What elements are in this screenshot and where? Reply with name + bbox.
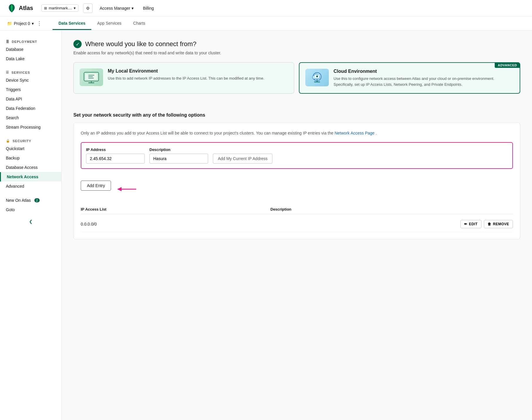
sidebar-item-network-access[interactable]: Network Access [0, 172, 61, 182]
local-env-illustration [80, 68, 103, 86]
description-field: Description [149, 147, 208, 164]
lock-icon: 🔒 [6, 139, 10, 143]
project-dropdown-icon: ▾ [32, 21, 34, 26]
cloud-env-title: Cloud Environment [334, 69, 514, 74]
settings-button[interactable]: ⚙ [83, 4, 92, 13]
logo[interactable]: Atlas [7, 4, 33, 13]
sidebar-item-database[interactable]: Database [0, 45, 61, 54]
ip-form-container: IP Address Description Add My Current IP… [81, 142, 513, 169]
tab-app-services[interactable]: App Services [91, 17, 127, 30]
main-content: ✓ Where would you like to connect from? … [62, 31, 532, 420]
sub-nav-tabs: Data Services App Services Charts [53, 17, 151, 30]
sidebar-item-search[interactable]: Search [0, 113, 61, 122]
sidebar-item-backup[interactable]: Backup [0, 153, 61, 163]
sidebar-item-new-on-atlas[interactable]: New On Atlas 2 [0, 196, 61, 205]
section-box: Only an IP address you add to your Acces… [73, 122, 520, 239]
logo-text: Atlas [19, 5, 33, 11]
network-access-page-link[interactable]: Network Access Page [334, 131, 376, 135]
table-header-ip: IP Access List [81, 207, 270, 211]
local-env-desc: Use this to add network IP addresses to … [108, 75, 288, 81]
sidebar-section-deployment: 🗄 DEPLOYMENT [0, 38, 61, 45]
org-selector[interactable]: ⊞ martinmark.... ▾ [41, 4, 78, 12]
table-cell-ip: 0.0.0.0/0 [81, 222, 270, 226]
access-manager-dropdown-icon: ▾ [132, 6, 134, 11]
remove-button[interactable]: 🗑 REMOVE [484, 220, 513, 228]
deployment-icon: 🗄 [6, 40, 9, 43]
tab-charts[interactable]: Charts [127, 17, 151, 30]
atlas-logo-icon [7, 4, 16, 13]
svg-point-9 [316, 75, 318, 77]
gear-icon: ⚙ [86, 6, 90, 11]
sidebar-item-data-api[interactable]: Data API [0, 94, 61, 104]
table-row: 0.0.0.0/0 ✏ EDIT 🗑 REMOVE [81, 216, 513, 232]
add-entry-arrow-annotation [116, 185, 139, 194]
cloud-env-body: Cloud Environment Use this to configure … [334, 69, 514, 87]
ip-address-field: IP Address [86, 147, 145, 164]
check-circle-icon: ✓ [73, 40, 82, 48]
sidebar-item-goto[interactable]: Goto [0, 205, 61, 214]
edit-icon: ✏ [464, 222, 467, 226]
table-actions: ✏ EDIT 🗑 REMOVE [460, 220, 513, 228]
sidebar-item-data-lake[interactable]: Data Lake [0, 54, 61, 63]
access-manager-link[interactable]: Access Manager ▾ [97, 5, 136, 12]
table-header-desc: Description [270, 207, 460, 211]
cloud-env-illustration [305, 69, 329, 86]
ip-form-row: IP Address Description Add My Current IP… [86, 147, 508, 164]
advanced-badge: ADVANCED [495, 63, 520, 68]
tab-data-services[interactable]: Data Services [53, 17, 91, 30]
sidebar-item-quickstart[interactable]: Quickstart [0, 144, 61, 153]
org-name: martinmark.... [49, 6, 72, 10]
page-layout: 🗄 DEPLOYMENT Database Data Lake ☰ SERVIC… [0, 31, 532, 420]
project-name: Project 0 [14, 21, 30, 26]
services-icon: ☰ [6, 70, 9, 74]
sub-nav: 📁 Project 0 ▾ ⋮ Data Services App Servic… [0, 16, 532, 31]
sidebar-item-triggers[interactable]: Triggers [0, 85, 61, 94]
sidebar: 🗄 DEPLOYMENT Database Data Lake ☰ SERVIC… [0, 31, 62, 420]
page-title: Where would you like to connect from? [85, 40, 196, 48]
new-on-atlas-badge: 2 [34, 198, 40, 202]
trash-icon: 🗑 [488, 222, 491, 226]
cloud-env-icon [308, 70, 326, 85]
env-card-local[interactable]: My Local Environment Use this to add net… [73, 62, 294, 94]
project-more-icon[interactable]: ⋮ [37, 20, 42, 27]
sidebar-section-services: ☰ SERVICES [0, 68, 61, 75]
ip-address-label: IP Address [86, 147, 145, 152]
sidebar-item-advanced[interactable]: Advanced [0, 182, 61, 191]
section-title: Set your network security with any of th… [73, 112, 520, 118]
sidebar-item-database-access[interactable]: Database Access [0, 163, 61, 172]
sidebar-section-security: 🔒 SECURITY [0, 137, 61, 144]
cloud-env-desc: Use this to configure network access bet… [334, 76, 514, 87]
description-label: Description [149, 147, 208, 152]
description-input[interactable] [149, 154, 208, 164]
env-card-cloud[interactable]: ADVANCED Cloud Environment Use this to c… [299, 62, 520, 94]
chevron-left-icon: ❮ [29, 219, 33, 224]
sidebar-collapse-button[interactable]: ❮ [0, 214, 61, 229]
sidebar-item-device-sync[interactable]: Device Sync [0, 75, 61, 85]
sidebar-item-data-federation[interactable]: Data Federation [0, 104, 61, 113]
org-dropdown-icon: ▾ [74, 6, 76, 10]
edit-button[interactable]: ✏ EDIT [460, 220, 482, 228]
ip-address-input[interactable] [86, 154, 145, 164]
table-header: IP Access List Description [81, 205, 513, 214]
sidebar-item-stream-processing[interactable]: Stream Processing [0, 122, 61, 132]
local-env-title: My Local Environment [108, 68, 288, 74]
page-header: ✓ Where would you like to connect from? [73, 40, 520, 48]
local-env-body: My Local Environment Use this to add net… [108, 68, 288, 81]
add-entry-row: Add Entry [81, 181, 513, 198]
billing-link[interactable]: Billing [141, 5, 156, 12]
top-nav: Atlas ⊞ martinmark.... ▾ ⚙ Access Manage… [0, 0, 532, 16]
env-cards: My Local Environment Use this to add net… [73, 62, 520, 94]
folder-icon: 📁 [7, 21, 12, 26]
add-entry-button[interactable]: Add Entry [81, 181, 111, 191]
project-selector[interactable]: 📁 Project 0 ▾ ⋮ [7, 20, 43, 27]
add-current-ip-button[interactable]: Add My Current IP Address [213, 154, 272, 164]
page-subtitle: Enable access for any network(s) that ne… [73, 51, 520, 55]
local-env-icon [83, 70, 100, 85]
section-desc: Only an IP address you add to your Acces… [81, 130, 513, 136]
